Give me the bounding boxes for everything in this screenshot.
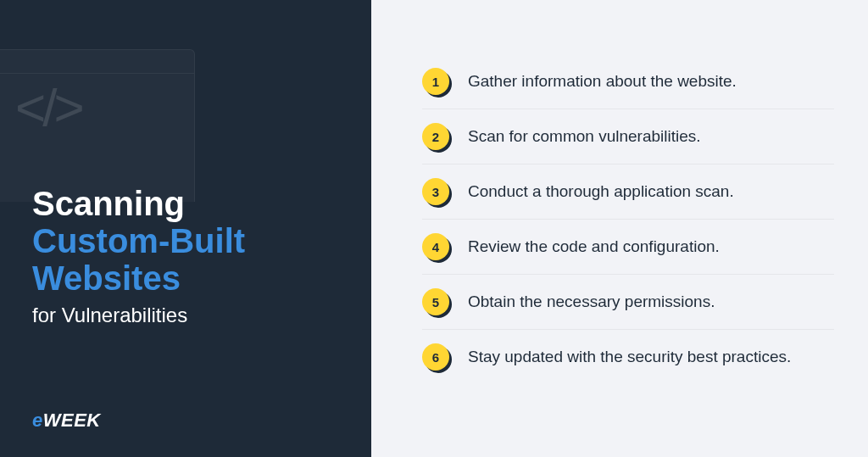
- step-text: Stay updated with the security best prac…: [468, 346, 791, 368]
- code-icon: </>: [15, 77, 81, 137]
- step-badge: 3: [422, 178, 449, 205]
- step-row: 6 Stay updated with the security best pr…: [422, 330, 834, 384]
- left-panel: </> Scanning Custom-Built Websites for V…: [0, 0, 371, 457]
- badge-circle: 6: [422, 343, 449, 371]
- subtitle: for Vulnerabilities: [32, 304, 354, 327]
- browser-window-decoration: </>: [0, 49, 195, 202]
- right-panel: 1 Gather information about the website. …: [371, 0, 868, 457]
- step-badge: 5: [422, 288, 449, 315]
- step-row: 5 Obtain the necessary permissions.: [422, 275, 834, 330]
- step-text: Obtain the necessary permissions.: [468, 291, 715, 313]
- badge-circle: 4: [422, 233, 449, 260]
- step-badge: 1: [422, 68, 449, 95]
- step-row: 1 Gather information about the website.: [422, 54, 834, 109]
- step-text: Gather information about the website.: [468, 70, 737, 92]
- eweek-logo: eWEEK: [32, 410, 101, 432]
- title-line-3: Websites: [32, 259, 354, 297]
- step-row: 4 Review the code and configuration.: [422, 220, 834, 275]
- logo-e: e: [32, 410, 43, 431]
- logo-text: WEEK: [43, 410, 101, 431]
- step-row: 2 Scan for common vulnerabilities.: [422, 109, 834, 164]
- step-row: 3 Conduct a thorough application scan.: [422, 164, 834, 220]
- title-line-1: Scanning: [32, 185, 354, 222]
- step-badge: 2: [422, 123, 449, 150]
- title-block: Scanning Custom-Built Websites for Vulne…: [32, 185, 354, 327]
- browser-bar-decoration: [0, 50, 194, 74]
- step-text: Scan for common vulnerabilities.: [468, 125, 701, 148]
- step-badge: 6: [422, 343, 449, 371]
- step-text: Review the code and configuration.: [468, 236, 720, 258]
- step-text: Conduct a thorough application scan.: [468, 181, 734, 203]
- step-badge: 4: [422, 233, 449, 260]
- badge-circle: 3: [422, 178, 449, 205]
- title-line-2: Custom-Built: [32, 222, 354, 259]
- badge-circle: 2: [422, 123, 449, 150]
- badge-circle: 5: [422, 288, 449, 315]
- badge-circle: 1: [422, 68, 449, 95]
